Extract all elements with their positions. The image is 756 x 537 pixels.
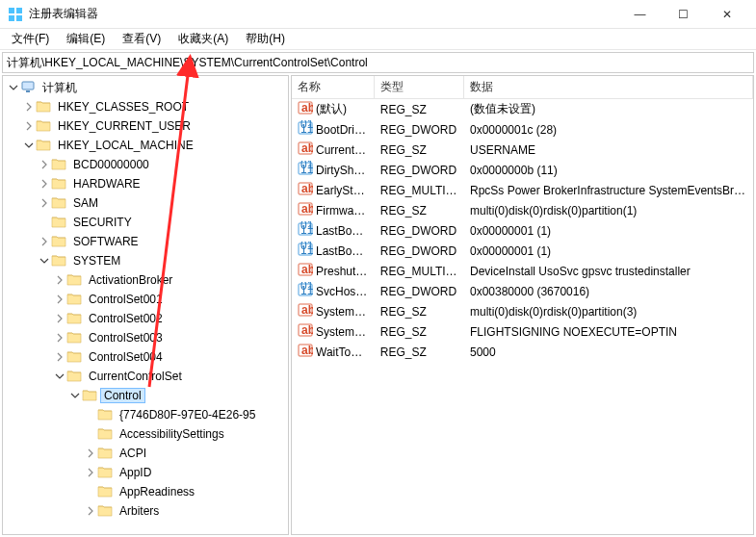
address-bar[interactable]: 计算机\HKEY_LOCAL_MACHINE\SYSTEM\CurrentCon… <box>2 52 754 73</box>
svg-rect-3 <box>16 15 22 21</box>
folder-icon <box>36 138 54 154</box>
tree-item-label: Arbiters <box>116 503 163 519</box>
value-row[interactable]: ab(默认)REG_SZ(数值未设置) <box>292 99 753 119</box>
tree-item[interactable]: AccessibilitySettings <box>3 424 288 444</box>
tree-item[interactable]: HKEY_CLASSES_ROOT <box>3 97 288 116</box>
expander-icon[interactable] <box>38 177 51 191</box>
expander-icon[interactable] <box>53 350 66 364</box>
tree-item[interactable]: HKEY_LOCAL_MACHINE <box>3 136 288 155</box>
folder-icon <box>51 234 69 250</box>
value-data-cell: multi(0)disk(0)rdisk(0)partition(1) <box>464 204 753 217</box>
tree-item[interactable]: SECURITY <box>3 213 288 232</box>
minimize-button[interactable]: — <box>618 0 662 29</box>
expander-icon[interactable] <box>53 331 66 345</box>
tree-item[interactable]: Control <box>3 386 288 405</box>
tree-item[interactable]: SYSTEM <box>3 251 288 270</box>
tree-item[interactable]: {7746D80F-97E0-4E26-95 <box>3 405 288 424</box>
value-row[interactable]: abCurrentUserREG_SZUSERNAME <box>292 140 753 160</box>
expander-icon[interactable] <box>22 100 36 114</box>
tree-item[interactable]: ControlSet001 <box>3 290 288 309</box>
folder-icon <box>36 118 54 135</box>
tree-item[interactable]: ControlSet003 <box>3 328 288 347</box>
menu-edit[interactable]: 编辑(E) <box>59 29 113 49</box>
menu-view[interactable]: 查看(V) <box>115 29 169 49</box>
tree-item-label: AppReadiness <box>116 484 198 499</box>
menu-help[interactable]: 帮助(H) <box>238 29 293 49</box>
value-row[interactable]: 011110DirtyShutdown...REG_DWORD0x0000000… <box>292 160 753 180</box>
expander-icon[interactable] <box>84 466 97 479</box>
value-name-cell: abWaitToKillServi... <box>292 343 375 361</box>
value-row[interactable]: abSystemBootDe...REG_SZmulti(0)disk(0)rd… <box>292 301 753 321</box>
titlebar: 注册表编辑器 — ☐ ✕ <box>0 0 756 29</box>
expander-icon[interactable] <box>53 370 66 383</box>
tree-item-label: {7746D80F-97E0-4E26-95 <box>116 407 259 422</box>
tree-item[interactable]: HKEY_CURRENT_USER <box>3 116 288 136</box>
expander-icon[interactable] <box>68 389 82 402</box>
tree-item[interactable]: SOFTWARE <box>3 232 288 251</box>
svg-text:ab: ab <box>301 303 313 317</box>
tree-item[interactable]: HARDWARE <box>3 174 288 193</box>
value-type-cell: REG_SZ <box>375 103 464 116</box>
expander-icon[interactable] <box>38 196 51 210</box>
value-row[interactable]: abEarlyStartServi...REG_MULTI_SZRpcSs Po… <box>292 180 753 200</box>
value-row[interactable]: 011110SvcHostSplitTh...REG_DWORD0x003800… <box>292 281 753 301</box>
svg-text:ab: ab <box>301 344 313 357</box>
value-name-label: LastBootShutd... <box>316 224 369 238</box>
tree-item[interactable]: BCD00000000 <box>3 155 288 174</box>
close-button[interactable]: ✕ <box>705 0 748 29</box>
value-name-label: SystemBootDe... <box>316 305 369 319</box>
value-data-cell: (数值未设置) <box>464 101 753 117</box>
value-name-label: LastBootSucce... <box>316 244 369 258</box>
value-row[interactable]: abWaitToKillServi...REG_SZ5000 <box>292 342 753 362</box>
value-row[interactable]: abPreshutdownO...REG_MULTI_SZDeviceInsta… <box>292 261 753 281</box>
tree-pane[interactable]: 计算机HKEY_CLASSES_ROOTHKEY_CURRENT_USERHKE… <box>2 75 289 535</box>
value-data-cell: multi(0)disk(0)rdisk(0)partition(3) <box>464 305 753 319</box>
value-row[interactable]: 011110BootDriverFlagsREG_DWORD0x0000001c… <box>292 119 753 140</box>
tree-item[interactable]: ACPI <box>3 444 288 463</box>
value-data-cell: 0x00000001 (1) <box>464 224 753 238</box>
value-type-cell: REG_MULTI_SZ <box>375 265 464 278</box>
value-row[interactable]: 011110LastBootSucce...REG_DWORD0x0000000… <box>292 241 753 261</box>
expander-icon[interactable] <box>84 504 97 518</box>
values-list-pane[interactable]: 名称 类型 数据 ab(默认)REG_SZ(数值未设置)011110BootDr… <box>291 75 754 535</box>
expander-icon[interactable] <box>7 81 20 94</box>
tree-item[interactable]: SAM <box>3 193 288 213</box>
tree-item-label: HARDWARE <box>69 176 144 192</box>
folder-icon <box>82 388 100 404</box>
tree-item[interactable]: Arbiters <box>3 501 288 521</box>
tree-item-label: HKEY_CURRENT_USER <box>54 118 195 134</box>
menu-favorites[interactable]: 收藏夹(A) <box>170 29 236 49</box>
tree-root-computer[interactable]: 计算机 <box>3 78 288 97</box>
expander-icon[interactable] <box>38 158 51 171</box>
svg-text:110: 110 <box>300 243 313 257</box>
folder-icon <box>66 369 85 385</box>
expander-icon[interactable] <box>53 293 66 306</box>
tree-item[interactable]: ControlSet004 <box>3 347 288 367</box>
svg-text:ab: ab <box>301 323 313 337</box>
expander-icon[interactable] <box>22 139 36 152</box>
menu-file[interactable]: 文件(F) <box>4 29 57 49</box>
expander-icon[interactable] <box>53 312 66 325</box>
tree-item[interactable]: CurrentControlSet <box>3 367 288 386</box>
column-header-name[interactable]: 名称 <box>292 76 375 99</box>
expander-icon[interactable] <box>53 273 66 287</box>
value-row[interactable]: 011110LastBootShutd...REG_DWORD0x0000000… <box>292 220 753 241</box>
folder-icon <box>51 215 69 231</box>
expander-icon[interactable] <box>22 119 36 133</box>
column-header-data[interactable]: 数据 <box>464 76 753 99</box>
value-row[interactable]: abFirmwareBoot...REG_SZmulti(0)disk(0)rd… <box>292 200 753 220</box>
tree-item-label: SYSTEM <box>69 253 124 268</box>
value-row[interactable]: abSystemStartOp...REG_SZ FLIGHTSIGNING N… <box>292 321 753 342</box>
tree-item[interactable]: AppReadiness <box>3 482 288 501</box>
tree-item[interactable]: AppID <box>3 463 288 482</box>
expander-icon[interactable] <box>38 235 51 248</box>
expander-icon[interactable] <box>38 254 51 268</box>
maximize-button[interactable]: ☐ <box>662 0 705 29</box>
string-value-icon: ab <box>298 302 313 320</box>
value-type-cell: REG_SZ <box>375 325 464 339</box>
tree-item[interactable]: ActivationBroker <box>3 270 288 290</box>
tree-item[interactable]: ControlSet002 <box>3 309 288 328</box>
value-name-label: EarlyStartServi... <box>316 184 369 197</box>
column-header-type[interactable]: 类型 <box>375 76 464 99</box>
expander-icon[interactable] <box>84 447 97 460</box>
